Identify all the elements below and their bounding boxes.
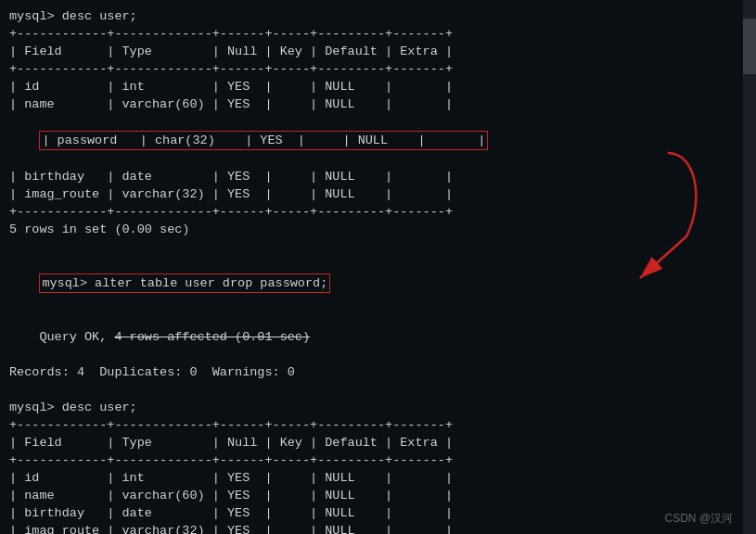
scrollbar[interactable] (743, 0, 756, 534)
row2-imag: | imag_route | varchar(32) | YES | | NUL… (9, 522, 733, 534)
scrollbar-thumb[interactable] (743, 19, 756, 74)
strikethrough-text: 4 rows affected (0.01 sec) (114, 330, 310, 344)
terminal-window: mysql> desc user; +------------+--------… (0, 0, 742, 534)
watermark: CSDN @汉河 (664, 511, 733, 527)
records-line: Records: 4 Duplicates: 0 Warnings: 0 (9, 363, 733, 381)
sep4: +------------+-------------+------+-----… (9, 416, 733, 434)
sep5: +------------+-------------+------+-----… (9, 451, 733, 469)
sep2: +------------+-------------+------+-----… (9, 60, 733, 78)
line-desc1: mysql> desc user; (9, 7, 733, 25)
red-arrow (529, 144, 714, 292)
header2: | Field | Type | Null | Key | Default | … (9, 434, 733, 451)
blank2 (9, 381, 733, 399)
query-ok-line: Query OK, 4 rows affected (0.01 sec) (9, 311, 733, 363)
line-desc2: mysql> desc user; (9, 399, 733, 416)
header1: | Field | Type | Null | Key | Default | … (9, 43, 733, 60)
row2-name: | name | varchar(60) | YES | | NULL | | (9, 487, 733, 504)
row-id1: | id | int | YES | | NULL | | (9, 78, 733, 95)
alter-cmd-box: mysql> alter table user drop password; (39, 273, 330, 293)
sep1: +------------+-------------+------+-----… (9, 25, 733, 43)
row2-birthday: | birthday | date | YES | | NULL | | (9, 504, 733, 522)
row2-id: | id | int | YES | | NULL | | (9, 469, 733, 487)
row-name1: | name | varchar(60) | YES | | NULL | | (9, 95, 733, 113)
password-highlight: | password | char(32) | YES | | NULL | | (39, 131, 488, 150)
